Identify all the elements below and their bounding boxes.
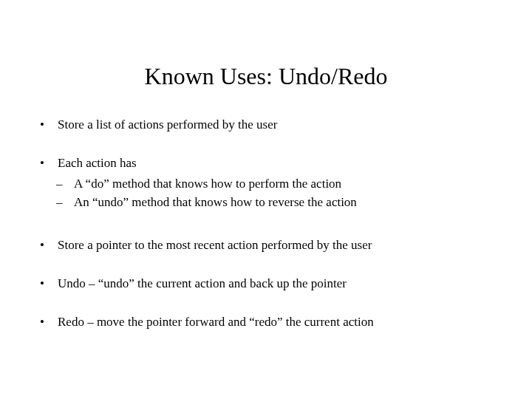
dash-marker-icon: – [56,175,74,193]
dash-marker-icon: – [56,194,74,211]
bullet-item: • Store a pointer to the most recent act… [30,236,502,254]
bullet-marker-icon: • [37,313,58,331]
sub-bullet-text: A “do” method that knows how to perform … [74,175,502,193]
bullet-item: • Undo – “undo” the current action and b… [30,275,502,293]
sub-bullet-item: – A “do” method that knows how to perfor… [56,175,502,193]
bullet-text: Redo – move the pointer forward and “red… [58,313,502,331]
bullet-text: Each action has [58,154,502,172]
bullet-item: • Redo – move the pointer forward and “r… [30,313,502,331]
bullet-text: Undo – “undo” the current action and bac… [58,275,502,293]
bullet-text: Store a list of actions performed by the… [58,116,502,134]
bullet-marker-icon: • [37,275,58,293]
bullet-item: • Store a list of actions performed by t… [30,116,502,134]
bullet-text: Store a pointer to the most recent actio… [58,236,502,254]
slide-body: • Store a list of actions performed by t… [30,116,502,331]
sub-bullet-text: An “undo” method that knows how to rever… [74,194,502,211]
slide-title: Known Uses: Undo/Redo [30,63,502,90]
sub-bullet-item: – An “undo” method that knows how to rev… [56,194,502,211]
bullet-marker-icon: • [37,236,58,254]
bullet-marker-icon: • [37,116,58,134]
bullet-marker-icon: • [37,154,58,172]
bullet-item: • Each action has – A “do” method that k… [30,154,502,211]
sub-list: – A “do” method that knows how to perfor… [30,175,502,212]
